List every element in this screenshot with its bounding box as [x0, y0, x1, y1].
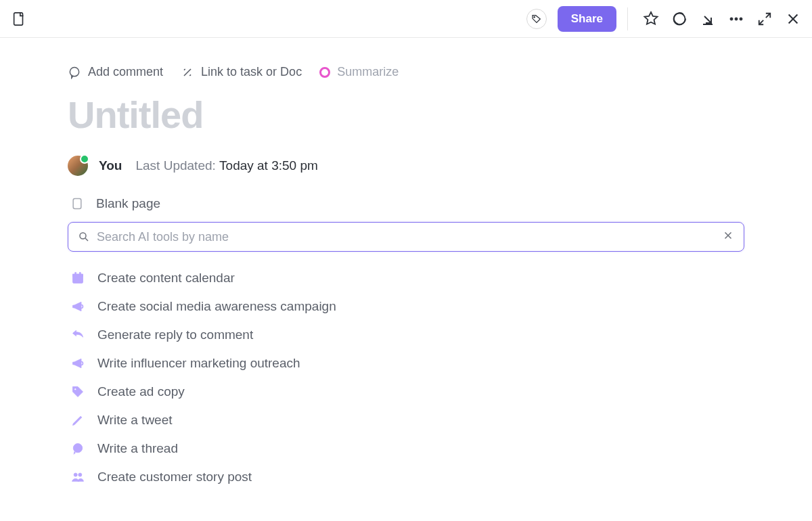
blank-page-label: Blank page [96, 196, 160, 211]
link-task-action[interactable]: Link to task or Doc [181, 65, 302, 79]
tag-button[interactable] [526, 9, 547, 29]
divider [627, 7, 628, 30]
megaphone-icon [70, 357, 85, 370]
summarize-label: Summarize [337, 65, 399, 79]
ai-tool-label: Create content calendar [97, 271, 235, 286]
favorite-button[interactable] [639, 7, 663, 31]
ai-tool-item[interactable]: Create customer story post [68, 463, 744, 491]
expand-button[interactable] [752, 7, 777, 31]
close-icon [722, 229, 734, 242]
ai-tool-label: Write influencer marketing outreach [97, 356, 300, 371]
page-icon [70, 197, 84, 210]
ai-tool-label: Write a tweet [97, 413, 173, 428]
summarize-action[interactable]: Summarize [319, 65, 399, 79]
calendar-icon [70, 271, 85, 285]
doc-title[interactable]: Untitled [68, 93, 744, 137]
pen-icon [70, 413, 85, 427]
avatar[interactable] [68, 156, 88, 176]
ai-tool-item[interactable]: Write influencer marketing outreach [68, 349, 744, 378]
last-updated-label: Last Updated: [135, 158, 215, 173]
ai-tool-item[interactable]: Write a thread [68, 434, 744, 463]
ai-tool-label: Write a thread [97, 441, 178, 456]
ai-tools-list: Create content calendarCreate social med… [68, 264, 744, 491]
ai-tool-item[interactable]: Create social media awareness campaign [68, 292, 744, 321]
ai-tool-label: Create ad copy [97, 384, 185, 399]
megaphone-icon [70, 300, 85, 313]
clear-search-button[interactable] [722, 229, 734, 244]
share-button[interactable]: Share [558, 6, 616, 32]
author-name: You [99, 158, 122, 173]
add-comment-label: Add comment [88, 65, 163, 79]
chat-icon [70, 442, 85, 455]
link-task-label: Link to task or Doc [201, 65, 302, 79]
people-icon [70, 470, 85, 484]
summarize-icon [319, 67, 330, 78]
tag-icon [70, 385, 85, 399]
page-toggle-button[interactable] [7, 7, 31, 31]
add-comment-action[interactable]: Add comment [68, 65, 163, 79]
byline: You Last Updated: Today at 3:50 pm [68, 156, 744, 176]
comments-button[interactable] [667, 7, 692, 31]
ai-search-box[interactable] [68, 222, 744, 252]
ai-tool-item[interactable]: Generate reply to comment [68, 321, 744, 349]
reply-icon [70, 328, 85, 342]
more-button[interactable] [724, 7, 748, 31]
ai-tool-label: Create customer story post [97, 470, 252, 484]
ai-tool-label: Create social media awareness campaign [97, 299, 336, 314]
comment-icon [68, 66, 81, 79]
close-button[interactable] [781, 7, 805, 31]
link-icon [181, 66, 194, 79]
ai-tool-label: Generate reply to comment [97, 327, 253, 342]
ai-tool-item[interactable]: Create content calendar [68, 264, 744, 292]
ai-search-input[interactable] [97, 230, 715, 244]
ai-tool-item[interactable]: Create ad copy [68, 378, 744, 406]
document-content: Add comment Link to task or Doc Summariz… [0, 38, 812, 491]
blank-page-option[interactable]: Blank page [68, 196, 744, 211]
ai-tool-item[interactable]: Write a tweet [68, 406, 744, 434]
last-updated-value: Today at 3:50 pm [219, 158, 318, 173]
search-icon [78, 231, 90, 243]
download-button[interactable] [696, 7, 720, 31]
top-bar: Share [0, 0, 812, 38]
doc-action-row: Add comment Link to task or Doc Summariz… [68, 65, 744, 79]
